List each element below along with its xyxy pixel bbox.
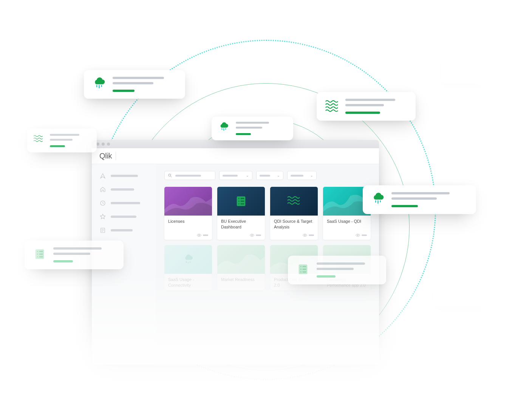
ghost-popout — [441, 56, 517, 83]
filter-dropdown-1[interactable]: ⌄ — [219, 171, 252, 180]
svg-point-5 — [238, 198, 240, 199]
window-dot — [102, 143, 105, 146]
svg-rect-25 — [380, 200, 381, 202]
popout-line — [317, 268, 354, 270]
ghost-popout — [434, 279, 509, 306]
server-icon — [33, 247, 46, 261]
card-footer — [270, 232, 318, 240]
sidebar-item-recent[interactable] — [99, 200, 148, 206]
search-icon — [168, 173, 172, 178]
app-card-qdi-source-target[interactable]: QDI Source & Target Analysis — [270, 187, 318, 240]
eye-icon — [303, 234, 307, 237]
popout-line — [50, 134, 79, 136]
app-card-licenses[interactable]: Licenses — [164, 187, 212, 240]
filter-dropdown-3[interactable]: ⌄ — [287, 171, 317, 180]
svg-point-34 — [300, 266, 302, 267]
chevron-down-icon: ⌄ — [310, 174, 313, 177]
footer-meta — [203, 234, 208, 236]
app-card-saas-connectivity[interactable]: SaaS Usage - Connectivity — [164, 245, 212, 290]
popout-server-1 — [25, 241, 124, 269]
star-icon — [99, 213, 106, 220]
window-dot — [107, 143, 110, 146]
browser-title-bar — [92, 140, 379, 148]
svg-point-3 — [199, 234, 200, 236]
catalog-icon — [99, 227, 106, 234]
svg-point-7 — [238, 201, 240, 202]
app-title: Licenses — [168, 219, 208, 224]
cloud-rain-icon — [182, 255, 194, 264]
svg-point-27 — [37, 251, 38, 252]
popout-line — [345, 104, 384, 106]
clock-icon — [99, 200, 106, 206]
popout-accent-bar — [317, 275, 336, 278]
popout-line — [391, 192, 450, 194]
svg-point-36 — [300, 269, 302, 270]
app-logo: Qlik — [99, 152, 112, 160]
svg-rect-28 — [39, 251, 43, 252]
eye-icon — [197, 234, 201, 237]
svg-rect-6 — [241, 198, 244, 199]
popout-accent-bar — [236, 133, 251, 135]
app-thumbnail — [217, 245, 265, 274]
popout-cloud-1 — [84, 70, 185, 99]
window-dot — [96, 143, 99, 146]
svg-rect-24 — [377, 200, 379, 204]
eye-icon — [250, 234, 254, 237]
area-chart-icon — [164, 187, 212, 216]
popout-line — [53, 253, 90, 255]
filter-dropdown-2[interactable]: ⌄ — [256, 171, 283, 180]
popout-line — [236, 127, 262, 129]
cloud-data-icon — [92, 77, 106, 90]
logo-separator — [116, 152, 116, 160]
chevron-down-icon: ⌄ — [246, 174, 249, 177]
app-card-market-readiness[interactable]: Market Readiness — [217, 245, 265, 290]
waves-icon — [33, 134, 43, 144]
popout-accent-bar — [391, 205, 418, 207]
app-title: BU Executive Dashboard — [221, 219, 261, 230]
app-title: SaaS Usage - QDI — [327, 219, 367, 224]
popout-line — [391, 197, 437, 200]
svg-point-38 — [300, 272, 302, 273]
svg-rect-23 — [375, 200, 376, 203]
svg-point-31 — [37, 256, 38, 258]
svg-point-2 — [169, 174, 171, 176]
svg-rect-35 — [303, 266, 306, 267]
svg-point-12 — [305, 234, 306, 236]
svg-point-29 — [37, 254, 38, 255]
sidebar-item-explore[interactable] — [99, 172, 148, 179]
svg-rect-37 — [303, 269, 306, 270]
popout-line — [317, 262, 365, 265]
home-icon — [99, 186, 106, 193]
card-footer — [217, 232, 265, 240]
search-input[interactable] — [164, 171, 215, 180]
popout-cloud-2 — [212, 116, 293, 140]
app-thumbnail — [270, 187, 318, 216]
sidebar-item-home[interactable] — [99, 186, 148, 193]
waves-icon — [325, 99, 339, 112]
filter-label — [223, 175, 238, 177]
app-thumbnail — [164, 245, 212, 274]
svg-rect-22 — [225, 128, 226, 130]
area-chart-icon — [217, 245, 265, 274]
footer-meta — [309, 234, 314, 236]
card-footer — [164, 232, 212, 240]
filter-label — [291, 175, 303, 177]
popout-accent-bar — [345, 112, 380, 114]
card-footer — [323, 232, 371, 240]
app-thumbnail — [217, 187, 265, 216]
cloud-data-icon — [218, 122, 229, 132]
svg-point-14 — [186, 261, 187, 262]
popout-line — [236, 122, 269, 124]
sidebar-item-label — [111, 216, 136, 218]
popout-line — [50, 139, 73, 141]
app-card-bu-executive[interactable]: BU Executive Dashboard — [217, 187, 265, 240]
svg-point-15 — [188, 262, 189, 263]
popout-server-2 — [288, 256, 386, 284]
popout-accent-bar — [53, 260, 73, 262]
sidebar-item-favorites[interactable] — [99, 213, 148, 220]
popout-line — [113, 77, 164, 79]
svg-rect-32 — [39, 256, 43, 258]
sidebar-item-catalog[interactable] — [99, 227, 148, 234]
svg-rect-19 — [101, 85, 102, 87]
popout-line — [53, 247, 102, 250]
